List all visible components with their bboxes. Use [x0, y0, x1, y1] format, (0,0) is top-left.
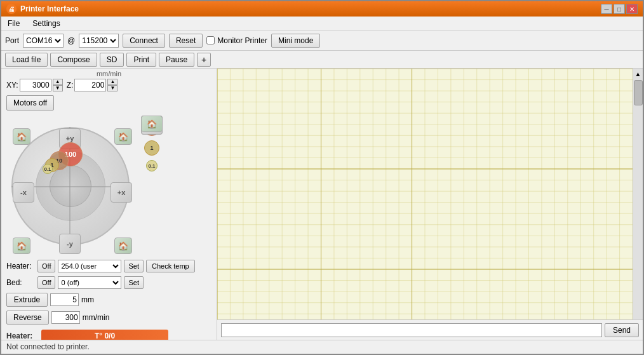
mm-min-label: mm/min [6, 70, 211, 77]
pause-button[interactable]: Pause [159, 53, 194, 67]
grid-view [217, 69, 633, 319]
xy-jog-pad: 100 10 1 0.1 🏠 +y 🏠 -x +x [6, 116, 133, 255]
step-01-button[interactable]: 0.1 [43, 164, 53, 174]
xy-speed-input[interactable] [20, 79, 51, 91]
heater-temp-bar: Heater: T° 0/0 [6, 329, 211, 340]
right-panel: ▲ Send [217, 69, 643, 340]
xy-speed-up[interactable]: ▲ [53, 79, 63, 85]
xy-home-tr-button[interactable]: 🏠 [114, 128, 132, 145]
xy-home-tl-button[interactable]: 🏠 [13, 128, 30, 145]
title-controls: ─ □ ✕ [601, 4, 638, 14]
port-label: Port [5, 36, 19, 45]
heater-control: Heater: Off 254.0 (user Set Check temp [1, 258, 217, 274]
bed-value-select[interactable]: 0 (off) [58, 276, 121, 289]
xy-home-br-button[interactable]: 🏠 [114, 238, 132, 254]
xy-speed-down[interactable]: ▼ [53, 85, 63, 91]
monitor-printer-label[interactable]: Monitor Printer [206, 36, 267, 45]
reverse-unit: mm/min [83, 313, 110, 322]
motors-off-button[interactable]: Motors off [6, 95, 54, 111]
app-icon: 🖨 [6, 4, 17, 14]
monitor-printer-text: Monitor Printer [217, 36, 267, 45]
window-title: Printer Interface [20, 4, 79, 13]
command-input[interactable] [221, 323, 602, 337]
maximize-button[interactable]: □ [614, 4, 625, 14]
actions-bar: Load file Compose SD Print Pause + [1, 51, 643, 69]
scroll-thumb[interactable] [634, 80, 643, 105]
xy-speed-label: XY: [6, 81, 18, 90]
z-speed-down[interactable]: ▼ [107, 85, 117, 91]
mini-mode-button[interactable]: Mini mode [271, 34, 320, 48]
scroll-up-button[interactable]: ▲ [634, 69, 643, 79]
bed-label: Bed: [6, 278, 35, 287]
status-text: Not connected to printer. [6, 342, 90, 351]
sd-button[interactable]: SD [100, 53, 124, 67]
at-symbol: @ [67, 36, 75, 45]
z-speed-up[interactable]: ▲ [107, 79, 117, 85]
minimize-button[interactable]: ─ [601, 4, 612, 14]
z-step-01-button[interactable]: 0.1 [146, 160, 158, 171]
extrude-button[interactable]: Extrude [6, 293, 48, 307]
heater-value-select[interactable]: 254.0 (user [58, 260, 121, 272]
heater-label: Heater: [6, 262, 35, 271]
check-temp-button[interactable]: Check temp [146, 260, 195, 272]
reverse-value-input[interactable] [51, 311, 80, 324]
main-window: 🖨 Printer Interface ─ □ ✕ File Settings … [0, 0, 644, 355]
grid-area: ▲ [217, 69, 643, 319]
z-jog-pad: 🏠 +Z 10 1 0.1 -Z 🏠 [136, 116, 168, 255]
jog-area: 100 10 1 0.1 🏠 +y 🏠 -x +x [1, 113, 217, 258]
menu-bar: File Settings [1, 17, 643, 30]
menu-file[interactable]: File [4, 18, 23, 29]
send-button[interactable]: Send [605, 323, 639, 337]
heater-off-button[interactable]: Off [37, 260, 55, 272]
extrude-value-input[interactable] [50, 293, 79, 306]
print-button[interactable]: Print [126, 53, 156, 67]
vertical-scrollbar[interactable]: ▲ [633, 69, 643, 319]
x-minus-button[interactable]: -x [13, 182, 34, 203]
grid-svg [217, 69, 633, 319]
reverse-control: Reverse mm/min [1, 309, 217, 326]
xy-speed-spinner: ▲ ▼ [53, 79, 63, 91]
left-panel: mm/min XY: ▲ ▼ Z: ▲ [1, 69, 217, 340]
close-button[interactable]: ✕ [626, 4, 638, 14]
z-speed-input[interactable] [74, 79, 106, 91]
baud-select[interactable]: 115200 [79, 34, 119, 48]
reset-button[interactable]: Reset [169, 34, 203, 48]
bed-set-button[interactable]: Set [124, 276, 144, 289]
title-bar-left: 🖨 Printer Interface [6, 4, 79, 14]
heater-temp-label: Heater: [6, 332, 41, 340]
bed-control: Bed: Off 0 (off) Set [1, 274, 217, 291]
monitor-printer-checkbox[interactable] [206, 36, 215, 44]
menu-settings[interactable]: Settings [29, 18, 64, 29]
title-bar: 🖨 Printer Interface ─ □ ✕ [1, 1, 643, 17]
y-minus-button[interactable]: -y [59, 234, 81, 254]
x-plus-button[interactable]: +x [111, 182, 132, 203]
bed-off-button[interactable]: Off [37, 276, 55, 289]
xy-home-bl-button[interactable]: 🏠 [13, 238, 30, 254]
heater-temp-fill: T° 0/0 [41, 330, 168, 340]
compose-button[interactable]: Compose [50, 53, 97, 67]
extrude-control: Extrude mm [1, 291, 217, 309]
z-speed-label: Z: [67, 81, 74, 90]
temp-bars: Heater: T° 0/0 Bed: T° 0/0 [1, 326, 217, 340]
connect-button[interactable]: Connect [123, 34, 165, 48]
main-content: mm/min XY: ▲ ▼ Z: ▲ [1, 69, 643, 340]
extrude-unit: mm [81, 295, 94, 304]
reverse-button[interactable]: Reverse [6, 311, 49, 325]
add-button[interactable]: + [197, 53, 211, 67]
z-home-bot-button[interactable]: 🏠 [141, 116, 163, 132]
heater-set-button[interactable]: Set [124, 260, 144, 272]
status-bar: Not connected to printer. [1, 340, 643, 354]
z-speed-spinner: ▲ ▼ [107, 79, 117, 91]
send-area: Send [217, 319, 643, 340]
port-select[interactable]: COM16 [23, 34, 64, 48]
z-step-1-button[interactable]: 1 [144, 140, 159, 156]
connection-toolbar: Port COM16 @ 115200 Connect Reset Monito… [1, 30, 643, 51]
load-file-button[interactable]: Load file [5, 53, 48, 67]
